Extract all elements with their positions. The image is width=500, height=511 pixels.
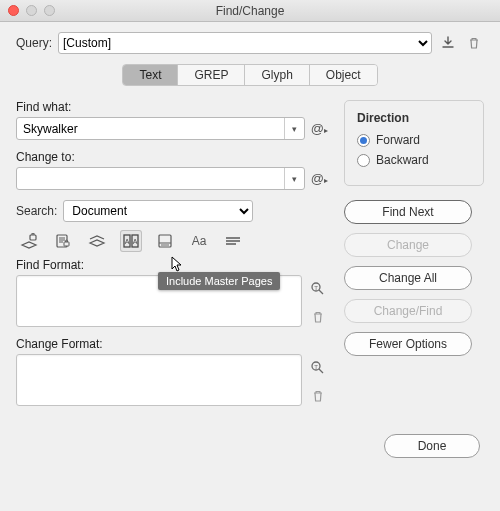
svg-text:T: T bbox=[314, 364, 318, 370]
specify-change-format-icon[interactable]: T bbox=[308, 358, 328, 378]
done-button[interactable]: Done bbox=[384, 434, 480, 458]
delete-query-icon[interactable] bbox=[464, 33, 484, 53]
master-pages-icon[interactable]: AA bbox=[120, 230, 142, 252]
svg-rect-2 bbox=[64, 242, 69, 246]
svg-text:A: A bbox=[133, 238, 138, 245]
change-format-label: Change Format: bbox=[16, 337, 328, 351]
special-chars-change-icon[interactable]: @▸ bbox=[311, 171, 328, 186]
svg-rect-0 bbox=[30, 235, 36, 240]
find-what-field[interactable]: ▾ bbox=[16, 117, 305, 140]
locked-stories-icon[interactable] bbox=[52, 230, 74, 252]
case-sensitive-icon[interactable]: Aa bbox=[188, 230, 210, 252]
minimize-window-icon[interactable] bbox=[26, 5, 37, 16]
fewer-options-button[interactable]: Fewer Options bbox=[344, 332, 472, 356]
titlebar: Find/Change bbox=[0, 0, 500, 22]
direction-legend: Direction bbox=[357, 111, 471, 125]
change-to-input[interactable] bbox=[17, 168, 284, 189]
footnotes-icon[interactable] bbox=[154, 230, 176, 252]
radio-icon bbox=[357, 134, 370, 147]
direction-group: Direction Forward Backward bbox=[344, 100, 484, 186]
find-what-input[interactable] bbox=[17, 118, 284, 139]
svg-text:T: T bbox=[314, 285, 318, 291]
radio-icon bbox=[357, 154, 370, 167]
query-label: Query: bbox=[16, 36, 52, 50]
direction-backward-radio[interactable]: Backward bbox=[357, 153, 471, 167]
mode-tabs: Text GREP Glyph Object bbox=[122, 64, 377, 86]
locked-layers-icon[interactable] bbox=[18, 230, 40, 252]
whole-word-icon[interactable] bbox=[222, 230, 244, 252]
tab-glyph[interactable]: Glyph bbox=[245, 65, 309, 85]
search-label: Search: bbox=[16, 204, 57, 218]
window-title: Find/Change bbox=[8, 4, 492, 18]
find-format-label: Find Format: bbox=[16, 258, 328, 272]
hidden-layers-icon[interactable] bbox=[86, 230, 108, 252]
svg-text:A: A bbox=[125, 238, 130, 245]
tooltip: Include Master Pages bbox=[158, 272, 280, 290]
tab-text[interactable]: Text bbox=[123, 65, 178, 85]
find-what-dropdown-icon[interactable]: ▾ bbox=[284, 118, 304, 139]
specify-find-format-icon[interactable]: T bbox=[308, 279, 328, 299]
find-next-button[interactable]: Find Next bbox=[344, 200, 472, 224]
direction-forward-radio[interactable]: Forward bbox=[357, 133, 471, 147]
change-to-label: Change to: bbox=[16, 150, 328, 164]
search-options-row: AA Aa bbox=[16, 230, 328, 252]
save-query-icon[interactable] bbox=[438, 33, 458, 53]
change-format-box[interactable] bbox=[16, 354, 302, 406]
change-to-field[interactable]: ▾ bbox=[16, 167, 305, 190]
clear-change-format-icon[interactable] bbox=[308, 386, 328, 406]
zoom-window-icon[interactable] bbox=[44, 5, 55, 16]
special-chars-find-icon[interactable]: @▸ bbox=[311, 121, 328, 136]
change-find-button: Change/Find bbox=[344, 299, 472, 323]
change-all-button[interactable]: Change All bbox=[344, 266, 472, 290]
window-controls bbox=[8, 5, 55, 16]
find-what-label: Find what: bbox=[16, 100, 328, 114]
search-scope-select[interactable]: Document bbox=[63, 200, 253, 222]
tab-object[interactable]: Object bbox=[310, 65, 377, 85]
tab-grep[interactable]: GREP bbox=[178, 65, 245, 85]
change-button: Change bbox=[344, 233, 472, 257]
close-window-icon[interactable] bbox=[8, 5, 19, 16]
query-select[interactable]: [Custom] bbox=[58, 32, 432, 54]
change-to-dropdown-icon[interactable]: ▾ bbox=[284, 168, 304, 189]
clear-find-format-icon[interactable] bbox=[308, 307, 328, 327]
